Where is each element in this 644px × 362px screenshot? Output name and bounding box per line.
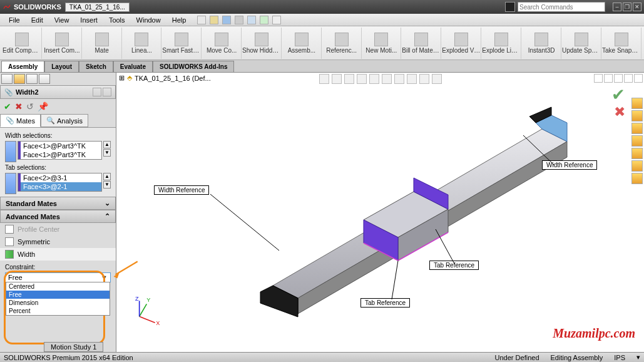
motion-study-tab[interactable]: Motion Study 1 (44, 342, 103, 352)
tab-selection-icon (5, 173, 16, 194)
dropdown-option[interactable]: Free (6, 291, 110, 299)
ok-button[interactable]: ✔ (4, 101, 11, 111)
rb-smart-fasteners[interactable]: Smart Fasteners (162, 28, 202, 59)
menu-file[interactable]: File (4, 15, 25, 25)
move-down-icon[interactable]: ▼ (103, 149, 111, 157)
width-mate[interactable]: Width (0, 248, 116, 261)
menu-edit[interactable]: Edit (26, 15, 48, 25)
app-logo: SOLIDWORKS (3, 3, 61, 11)
close-button[interactable]: ✕ (633, 3, 641, 11)
title-bar: SOLIDWORKS TKA_01_25_1_16... – ❐ ✕ (0, 0, 644, 14)
menu-insert[interactable]: Insert (75, 15, 103, 25)
svg-line-12 (210, 194, 279, 251)
constraint-dropdown[interactable]: Free ▼ Centered Free Dimension Percent (5, 272, 111, 282)
rb-show-hidden[interactable]: Show Hidde... (242, 28, 282, 59)
rb-move[interactable]: Move Co... (202, 28, 242, 59)
list-item[interactable]: Face<1>@Part3^TK (18, 150, 101, 159)
3d-viewport[interactable]: ⊞ ⬘ TKA_01_25_1_16 (Def... ✔ ✖ (116, 73, 644, 352)
rb-explode-line[interactable]: Explode Line... (482, 28, 521, 59)
restore-button[interactable]: ❐ (623, 3, 631, 11)
undo-icon[interactable] (247, 16, 256, 24)
move-up-icon[interactable]: ▲ (103, 173, 111, 180)
app-name: SOLIDWORKS (14, 3, 61, 11)
tab-evaluate[interactable]: Evaluate (113, 61, 153, 72)
svg-line-15 (392, 261, 398, 299)
status-tools-icon[interactable]: ▾ (636, 353, 640, 361)
help-icon[interactable] (93, 88, 101, 96)
property-manager-panel: 📎 Width2 ✔ ✖ ↺ 📌 📎Mates 🔍Analysis Width … (0, 73, 116, 352)
assembly-features-icon (295, 33, 309, 46)
rb-linear[interactable]: Linea... (123, 28, 162, 59)
analysis-tab[interactable]: 🔍Analysis (41, 114, 88, 127)
push-pin-icon[interactable]: 📌 (38, 101, 48, 111)
mates-tab[interactable]: 📎Mates (0, 114, 41, 127)
svg-text:X: X (156, 320, 160, 326)
configuration-manager-tab-icon[interactable] (26, 74, 38, 84)
explode-line-icon (494, 33, 508, 46)
dimxpert-manager-tab-icon[interactable] (39, 74, 50, 84)
menu-view[interactable]: View (49, 15, 74, 25)
menu-window[interactable]: Window (131, 15, 166, 25)
open-icon[interactable] (210, 16, 218, 24)
preview-button[interactable]: ↺ (26, 101, 34, 111)
pin-icon[interactable] (103, 88, 111, 96)
property-manager-tab-icon[interactable] (14, 74, 25, 84)
search-icon (505, 2, 515, 12)
rb-insert-component[interactable]: Insert Com... (43, 28, 82, 59)
move-up-icon[interactable]: ▲ (103, 141, 111, 148)
rb-new-motion[interactable]: New Moti... (362, 28, 402, 59)
rb-exploded-view[interactable]: Exploded View (442, 28, 481, 59)
save-icon[interactable] (222, 16, 231, 24)
print-icon[interactable] (235, 16, 243, 24)
constraint-value: Free (8, 274, 23, 281)
tab-sketch[interactable]: Sketch (79, 61, 113, 72)
list-item[interactable]: Face<2>@3-1 (18, 173, 101, 182)
constraint-label: Constraint: (5, 264, 111, 271)
pm-header: 📎 Width2 (0, 85, 116, 99)
tab-assembly[interactable]: Assembly (1, 61, 44, 72)
search-input[interactable] (518, 2, 605, 12)
minimize-button[interactable]: – (613, 3, 621, 11)
window-buttons: – ❐ ✕ (613, 3, 641, 11)
dropdown-option[interactable]: Dimension (6, 299, 110, 307)
width-selections-label: Width selections: (5, 132, 111, 139)
rb-update-speedpak[interactable]: Update Speedpak (562, 28, 601, 59)
quick-access (197, 16, 281, 24)
rb-mate[interactable]: Mate (83, 28, 122, 59)
list-item[interactable]: Face<1>@Part3^TK (18, 142, 101, 150)
tab-addins[interactable]: SOLIDWORKS Add-Ins (153, 61, 235, 72)
tab-selection-list[interactable]: Face<2>@3-1 Face<3>@2-1 (18, 173, 102, 192)
rebuild-icon[interactable] (260, 16, 268, 24)
list-item[interactable]: Face<3>@2-1 (18, 182, 101, 191)
snapshot-icon (615, 33, 628, 46)
mate-icon: 📎 (4, 88, 13, 96)
rb-bom[interactable]: Bill of Materials (402, 28, 441, 59)
reference-geometry-icon (335, 33, 349, 46)
symmetric-mate[interactable]: Symmetric (0, 235, 116, 248)
menu-help[interactable]: Help (167, 15, 192, 25)
move-down-icon[interactable]: ▼ (103, 181, 111, 189)
dropdown-option[interactable]: Centered (6, 282, 110, 291)
tab-layout[interactable]: Layout (44, 61, 79, 72)
options-icon[interactable] (272, 16, 281, 24)
width-selection-list[interactable]: Face<1>@Part3^TK Face<1>@Part3^TK (18, 141, 102, 160)
rb-snapshot[interactable]: Take Snapshot (602, 28, 641, 59)
rb-edit-component[interactable]: Edit Component (3, 28, 42, 59)
advanced-mates-header[interactable]: Advanced Mates⌃ (0, 210, 116, 223)
smart-fasteners-icon (175, 33, 188, 46)
annotation-width-ref-right: Width Reference (542, 160, 597, 170)
feature-manager-tab-icon[interactable] (1, 74, 13, 84)
view-triad[interactable]: X Y Z (129, 296, 160, 327)
annotation-tab-ref-left: Tab Reference (360, 298, 410, 308)
dropdown-option[interactable]: Percent (6, 307, 110, 315)
doc-title[interactable]: TKA_01_25_1_16... (65, 3, 130, 12)
new-icon[interactable] (197, 16, 206, 24)
profile-center-mate[interactable]: Profile Center (0, 223, 116, 235)
rb-reference[interactable]: Referenc... (322, 28, 362, 59)
rb-assembly-features[interactable]: Assemb... (282, 28, 322, 59)
status-units[interactable]: IPS (614, 354, 625, 361)
cancel-button[interactable]: ✖ (15, 101, 23, 111)
standard-mates-header[interactable]: Standard Mates⌄ (0, 197, 116, 210)
menu-tools[interactable]: Tools (104, 15, 130, 25)
rb-instant3d[interactable]: Instant3D (522, 28, 561, 59)
